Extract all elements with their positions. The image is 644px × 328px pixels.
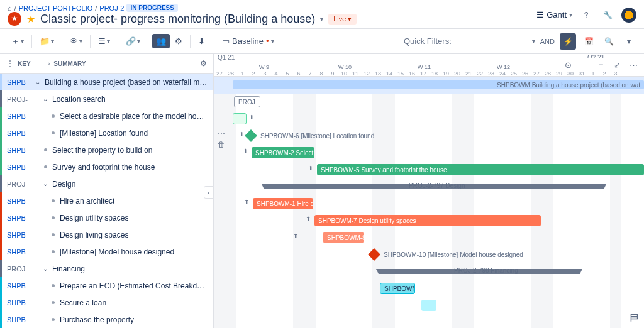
drag-handle-icon[interactable]: ⋮ bbox=[6, 59, 14, 68]
task-row[interactable]: SHPB[Milestone] Location found bbox=[0, 124, 213, 141]
task-row[interactable]: SHPBHire an architect bbox=[0, 192, 213, 209]
gantt-row: PROJ-2-797 Design bbox=[214, 178, 644, 195]
corner-logo: ⛿ bbox=[630, 313, 639, 323]
breadcrumb-portfolio[interactable]: PROJECT PORTFOLIO bbox=[19, 4, 93, 12]
task-list-panel: ⋮ KEY › SUMMARY ⚙ SHPB⌄Building a house … bbox=[0, 54, 214, 328]
gear-button[interactable]: ⚙ bbox=[171, 34, 186, 48]
task-row[interactable]: SHPBSelect the property to build on bbox=[0, 141, 213, 158]
summary-label: PROJ-2-797 Design bbox=[409, 182, 465, 189]
task-row[interactable]: SHPB⌄Building a house project (based on … bbox=[0, 74, 213, 90]
trash-icon[interactable]: 🗑 bbox=[218, 140, 225, 149]
gantt-bar[interactable]: PROJ bbox=[234, 96, 260, 107]
task-row[interactable]: SHPBDesign living spaces bbox=[0, 226, 213, 243]
task-row[interactable]: SHPBPurchase the property bbox=[0, 311, 213, 328]
collapse-panel-button[interactable]: ‹ bbox=[204, 186, 214, 199]
gantt-bar[interactable]: SHPBOWM-7 Design utility spaces bbox=[314, 215, 541, 226]
title-dropdown-icon[interactable]: ▾ bbox=[320, 16, 323, 23]
target-icon[interactable]: ⊙ bbox=[561, 58, 575, 72]
task-key[interactable]: SHPB bbox=[7, 146, 33, 154]
bolt-button[interactable]: ⚡ bbox=[560, 33, 576, 50]
more-icon[interactable]: ⋯ bbox=[218, 129, 225, 138]
gantt-bar[interactable] bbox=[421, 300, 436, 311]
task-key[interactable]: SHPB bbox=[7, 282, 33, 290]
zoom-in-icon[interactable]: ＋ bbox=[594, 58, 608, 72]
task-bullet-icon bbox=[48, 301, 57, 304]
column-settings-icon[interactable]: ⚙ bbox=[200, 59, 207, 68]
filter-dropdown-icon[interactable]: ▾ bbox=[532, 38, 535, 45]
view-switcher[interactable]: ☰ Gantt ▾ bbox=[536, 10, 572, 19]
task-key[interactable]: SHPB bbox=[7, 79, 33, 86]
gantt-bar[interactable]: SHPBOWM-8 bbox=[323, 232, 364, 243]
calendar-button[interactable]: 📅 bbox=[581, 34, 596, 49]
task-row[interactable]: SHPBSelect a desirable place for the mod… bbox=[0, 107, 213, 124]
help-icon[interactable]: ? bbox=[579, 8, 594, 23]
task-key[interactable]: SHPB bbox=[7, 163, 33, 171]
task-summary: [Milestone] Model house designed bbox=[57, 248, 174, 256]
list-button[interactable]: ☰▾ bbox=[94, 34, 114, 48]
task-row[interactable]: PROJ-⌄Financing bbox=[0, 260, 213, 277]
export-button[interactable]: ⬇ bbox=[194, 34, 209, 48]
baseline-icon: ⬆ bbox=[306, 216, 311, 222]
expand-icon[interactable]: ⌄ bbox=[41, 265, 50, 272]
gantt-bar[interactable] bbox=[233, 113, 247, 124]
milestone-diamond[interactable] bbox=[368, 248, 380, 261]
expand-icon[interactable]: ⤢ bbox=[610, 58, 624, 72]
gantt-row: SHPBOWM-5 Survey and footprint the house… bbox=[214, 161, 644, 178]
task-key[interactable]: SHPB bbox=[7, 299, 33, 307]
folder-button[interactable]: 📁▾ bbox=[36, 34, 58, 48]
baseline-button[interactable]: ▭ Baseline • ▾ bbox=[217, 34, 279, 48]
task-row[interactable]: SHPBDesign utility spaces bbox=[0, 209, 213, 226]
eye-button[interactable]: 👁▾ bbox=[66, 34, 86, 48]
task-row[interactable]: PROJ-⌄Location search bbox=[0, 90, 213, 107]
gantt-zoom-controls: ⊙ − ＋ ⤢ ⋯ bbox=[561, 58, 640, 72]
star-icon[interactable]: ★ bbox=[26, 13, 35, 25]
task-key[interactable]: PROJ- bbox=[7, 265, 33, 273]
gantt-bar[interactable]: SHPBOWM-5 Survey and footprint the house bbox=[317, 164, 644, 175]
task-row[interactable]: SHPBPrepare an ECD (Estimated Cost Break… bbox=[0, 277, 213, 294]
avatar[interactable] bbox=[621, 8, 636, 23]
gantt-bar[interactable]: SHPBOWM-1 Hire an ar bbox=[253, 198, 313, 209]
task-row[interactable]: SHPBSecure a loan bbox=[0, 294, 213, 311]
task-summary: Financing bbox=[50, 265, 85, 273]
task-row[interactable]: SHPB[Milestone] Model house designed bbox=[0, 243, 213, 260]
home-icon[interactable]: ⌂ bbox=[8, 4, 12, 12]
expand-icon[interactable]: ⌄ bbox=[41, 96, 50, 102]
task-key[interactable]: SHPB bbox=[7, 112, 33, 120]
task-bullet-icon bbox=[48, 131, 57, 134]
task-key[interactable]: SHPB bbox=[7, 214, 33, 222]
link-button[interactable]: 🔗▾ bbox=[122, 34, 144, 48]
page-header: ⌂ / PROJECT PORTFOLIO / PROJ-2 IN PROGRE… bbox=[0, 0, 644, 29]
baseline-icon: ⬆ bbox=[243, 148, 248, 155]
milestone-diamond[interactable] bbox=[245, 129, 257, 142]
gantt-timeline-header: Q1 21Q2 21 W 9W 10W 11W 12W 13 272812345… bbox=[214, 54, 644, 77]
task-key[interactable]: SHPB bbox=[7, 197, 33, 205]
expand-icon[interactable]: ⌄ bbox=[41, 180, 50, 187]
column-summary[interactable]: SUMMARY bbox=[53, 60, 86, 67]
gantt-bar[interactable]: SHPBOWM bbox=[380, 283, 415, 294]
add-button[interactable]: ＋▾ bbox=[8, 33, 28, 50]
baseline-icon: ⬆ bbox=[249, 114, 254, 121]
column-key[interactable]: KEY bbox=[18, 60, 48, 67]
breadcrumb-proj[interactable]: PROJ-2 bbox=[99, 4, 124, 12]
task-key[interactable]: SHPB bbox=[7, 316, 33, 324]
search-icon[interactable]: 🔍 bbox=[601, 34, 616, 49]
expand-icon[interactable]: ⌄ bbox=[33, 79, 42, 85]
task-key[interactable]: PROJ- bbox=[7, 96, 33, 103]
gantt-row: PROJ bbox=[214, 94, 644, 111]
gantt-body[interactable]: SHPBOWM Building a house project (based … bbox=[214, 77, 644, 328]
task-key[interactable]: SHPB bbox=[7, 129, 33, 137]
task-key[interactable]: PROJ- bbox=[7, 180, 33, 188]
chevron-down-icon[interactable]: ▾ bbox=[621, 34, 636, 49]
task-key[interactable]: SHPB bbox=[7, 231, 33, 239]
wrench-icon[interactable]: 🔧 bbox=[600, 8, 615, 23]
task-rows: SHPB⌄Building a house project (based on … bbox=[0, 74, 213, 328]
more-icon[interactable]: ⋯ bbox=[626, 58, 640, 72]
gantt-bar[interactable]: SHPBOWM-2 Select the pro bbox=[252, 147, 314, 158]
task-row[interactable]: SHPBSurvey and footprint the house bbox=[0, 158, 213, 175]
task-key[interactable]: SHPB bbox=[7, 248, 33, 256]
task-row[interactable]: PROJ-⌄Design bbox=[0, 175, 213, 192]
zoom-out-icon[interactable]: − bbox=[577, 58, 591, 72]
quick-filters-label[interactable]: Quick Filters: bbox=[404, 36, 452, 46]
baseline-icon: ⬆ bbox=[293, 232, 298, 239]
team-button[interactable]: 👥 bbox=[152, 34, 170, 48]
